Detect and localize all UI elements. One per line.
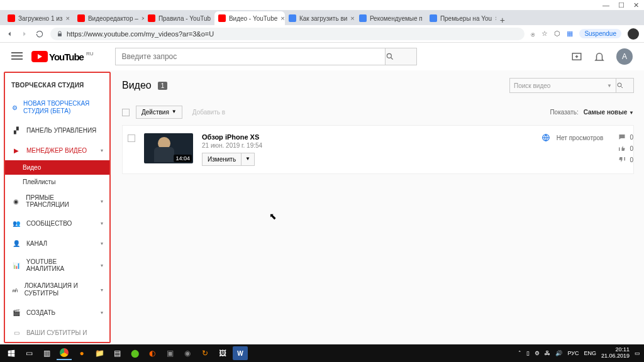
svg-point-0 <box>387 53 391 58</box>
select-all-checkbox[interactable] <box>122 109 130 116</box>
back-icon[interactable] <box>5 30 14 38</box>
video-search-input[interactable]: Поиск видео▼ <box>509 78 616 93</box>
sidebar-item-video-manager[interactable]: ▶ МЕНЕДЖЕР ВИДЕО ▾ <box>5 140 109 160</box>
taskbar-app[interactable]: ↻ <box>197 346 213 360</box>
tray-chevron-icon[interactable]: ˄ <box>518 350 521 356</box>
thumbs-down-icon <box>618 156 626 163</box>
taskbar-app[interactable]: ◉ <box>180 346 195 360</box>
chevron-down-icon: ▼ <box>245 156 250 163</box>
sidebar: ТВОРЧЕСКАЯ СТУДИЯ ⚙ НОВАЯ ТВОРЧЕСКАЯ СТУ… <box>4 72 111 343</box>
sidebar-item-subtitles[interactable]: ▭ВАШИ СУБТИТРЫ И <box>5 322 109 343</box>
comment-icon <box>618 133 626 141</box>
sidebar-item-analytics[interactable]: 📊YOUTUBE АНАЛИТИКА▾ <box>5 253 109 277</box>
tray-kbd[interactable]: ENG <box>584 350 596 356</box>
actions-dropdown[interactable]: Действия▼ <box>136 106 182 119</box>
taskbar-explorer[interactable]: 📁 <box>92 346 107 360</box>
sidebar-item-dashboard[interactable]: ▞ ПАНЕЛЬ УПРАВЛЕНИЯ <box>5 120 109 140</box>
page-title: Видео <box>122 80 152 91</box>
duration-badge: 14:04 <box>174 155 192 162</box>
browser-tab[interactable]: Видеоредактор –× <box>74 11 144 25</box>
browser-tab[interactable]: Премьеры на You× <box>426 11 496 25</box>
close-icon[interactable]: × <box>65 14 69 22</box>
sidebar-item-new-studio[interactable]: ⚙ НОВАЯ ТВОРЧЕСКАЯ СТУДИЯ (БЕТА) <box>5 95 109 120</box>
video-checkbox[interactable] <box>128 134 135 142</box>
window-max[interactable]: ☐ <box>618 1 625 9</box>
taskbar-app[interactable]: ▥ <box>39 346 54 360</box>
browser-toolbar: https://www.youtube.com/my_videos?ar=3&o… <box>0 25 644 43</box>
sidebar-sub-playlists[interactable]: Плейлисты <box>5 175 109 189</box>
chevron-down-icon: ▾ <box>101 148 103 153</box>
gear-icon: ⚙ <box>11 102 18 112</box>
profile-icon[interactable] <box>628 28 639 40</box>
search-input[interactable] <box>115 48 386 65</box>
search-button[interactable] <box>386 48 417 65</box>
taskbar-word[interactable]: W <box>233 346 248 360</box>
url-text: https://www.youtube.com/my_videos?ar=3&o… <box>67 30 214 38</box>
ext-icon[interactable]: ☆ <box>541 30 548 38</box>
sidebar-sub-videos[interactable]: Видео <box>5 160 109 175</box>
chevron-down-icon: ▾ <box>101 199 103 204</box>
window-close[interactable]: ✕ <box>633 1 639 9</box>
sort-dropdown[interactable]: Самые новые ▼ <box>584 109 634 116</box>
video-search-button[interactable] <box>616 78 634 93</box>
browser-tab-active[interactable]: Видео - YouTube× <box>214 11 285 25</box>
hamburger-icon[interactable] <box>11 52 23 61</box>
sidebar-item-channel[interactable]: 👤КАНАЛ▾ <box>5 233 109 253</box>
video-thumbnail[interactable]: 14:04 <box>144 133 193 163</box>
forward-icon[interactable] <box>20 30 29 38</box>
browser-tab[interactable]: Загружено 1 из× <box>4 11 74 25</box>
browser-tabstrip: Загружено 1 из× Видеоредактор –× Правила… <box>0 10 644 25</box>
close-icon[interactable]: × <box>350 14 354 22</box>
tray-volume-icon[interactable]: 🔊 <box>555 350 562 356</box>
sidebar-item-localization[interactable]: 🗚ЛОКАЛИЗАЦИЯ И СУБТИТРЫ▾ <box>5 277 109 302</box>
tray-icon[interactable]: ▯ <box>526 350 530 356</box>
sidebar-item-community[interactable]: 👥СООБЩЕСТВО▾ <box>5 213 109 233</box>
bell-icon[interactable] <box>594 51 605 62</box>
avatar[interactable]: A <box>616 48 633 65</box>
new-tab-button[interactable]: + <box>496 15 509 25</box>
broadcast-icon: ◉ <box>11 196 21 206</box>
tray-network-icon[interactable]: 🖧 <box>545 350 550 356</box>
tray-icon[interactable]: ⚙ <box>535 350 540 356</box>
taskview-icon[interactable]: ▭ <box>21 346 36 360</box>
address-bar[interactable]: https://www.youtube.com/my_videos?ar=3&o… <box>50 28 525 40</box>
taskbar-app[interactable]: ⬤ <box>127 346 142 360</box>
browser-tab[interactable]: Правила - YouTub× <box>144 11 214 25</box>
logo-locale: RU <box>86 51 94 57</box>
sidebar-item-live[interactable]: ◉ПРЯМЫЕ ТРАНСЛЯЦИИ▾ <box>5 189 109 213</box>
upload-icon[interactable] <box>571 51 582 62</box>
window-min[interactable]: — <box>602 1 609 9</box>
lock-icon <box>57 31 63 37</box>
start-button[interactable] <box>4 346 19 360</box>
video-toolbar: Действия▼ Добавить в Показать: Самые нов… <box>122 102 634 126</box>
people-icon: 👥 <box>11 218 21 228</box>
ext-icon[interactable]: ⍟ <box>531 30 535 38</box>
taskbar-app[interactable]: ▤ <box>109 346 125 360</box>
browser-tab[interactable]: Рекомендуемые п× <box>355 11 426 25</box>
taskbar-app[interactable]: 🖼 <box>215 346 230 360</box>
edit-dropdown[interactable]: ▼ <box>242 153 255 166</box>
video-title[interactable]: Обзор iPhone XS <box>202 133 533 141</box>
taskbar-app[interactable]: ● <box>74 346 89 360</box>
tray-clock[interactable]: 20:1121.06.2019 <box>601 347 630 359</box>
translate-icon: 🗚 <box>11 285 19 295</box>
youtube-logo[interactable]: YouTube RU <box>31 51 94 62</box>
suspend-badge[interactable]: Suspendue <box>579 29 621 38</box>
reload-icon[interactable] <box>35 30 44 38</box>
taskbar-app[interactable]: ▣ <box>162 346 177 360</box>
close-icon[interactable]: × <box>280 14 284 22</box>
ext-icon[interactable]: ⬡ <box>554 30 560 38</box>
tray-lang[interactable]: РУС <box>567 350 579 356</box>
tray-notifications-icon[interactable]: ▭ <box>635 350 640 356</box>
ext-icon[interactable]: ▦ <box>567 30 573 38</box>
sidebar-item-create[interactable]: 🎬СОЗДАТЬ▾ <box>5 302 109 322</box>
video-count-badge: 1 <box>158 82 168 90</box>
camera-icon: 🎬 <box>11 307 21 317</box>
chevron-down-icon: ▼ <box>607 83 612 89</box>
edit-button[interactable]: Изменить <box>202 153 242 166</box>
taskbar-app[interactable]: ◐ <box>145 346 160 360</box>
taskbar-chrome[interactable] <box>57 346 72 360</box>
favicon-icon <box>148 14 155 22</box>
chart-icon: 📊 <box>11 260 21 270</box>
browser-tab[interactable]: Как загрузить ви× <box>285 11 355 25</box>
